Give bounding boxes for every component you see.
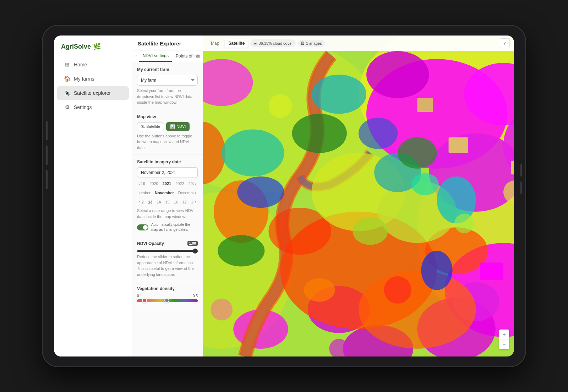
day-17[interactable]: 17 <box>181 199 188 205</box>
svg-point-47 <box>411 173 439 195</box>
zoom-in-button[interactable]: + <box>499 330 509 339</box>
tab-ndvi-settings[interactable]: NDVI settings <box>139 50 172 62</box>
map-view-label: Map view <box>137 114 198 119</box>
app-logo-text: AgriSolve <box>61 43 91 50</box>
veg-slider-thumb-right[interactable] <box>164 298 169 303</box>
vegetation-section: Vegetation density 0.1 0.5 <box>132 281 203 306</box>
day-16[interactable]: 16 <box>173 199 180 205</box>
year-2023[interactable]: 202... <box>187 181 193 186</box>
panel-tab-strip: ‹ NDVI settings Points of inte... › <box>132 50 203 62</box>
year-2019[interactable]: 2019 <box>141 181 147 186</box>
svg-point-25 <box>222 130 284 176</box>
sidebar-item-satellite-explorer[interactable]: 🛰 Satellite explorer <box>57 86 129 100</box>
opacity-slider-track[interactable] <box>137 250 198 252</box>
map-area: Map Satellite ☁ 36.33% cloud cover 🖼 1 i… <box>203 36 514 356</box>
map-view-buttons: 🛰 Satellite 📊 NDVI <box>137 122 198 131</box>
day-prev-btn[interactable]: ‹ <box>137 198 141 206</box>
cloud-cover-badge: ☁ 36.33% cloud cover <box>250 39 296 47</box>
veg-high-label: 0.5 <box>193 294 198 298</box>
ndvi-btn-label: NDVI <box>176 124 186 129</box>
map-zoom-controls: + − <box>499 330 509 349</box>
map-expand-button[interactable]: ⤢ <box>500 38 510 48</box>
sidebar-farms-label: My farms <box>74 76 94 82</box>
image-icon: 🖼 <box>301 41 305 45</box>
current-farm-section: My current farm My farm Select your farm… <box>132 62 203 109</box>
logo-leaf-icon: 🌿 <box>93 43 101 50</box>
tab-points-of-interest[interactable]: Points of inte... <box>172 51 203 61</box>
sidebar-home-label: Home <box>74 62 87 67</box>
ndvi-view-btn[interactable]: 📊 NDVI <box>166 122 190 131</box>
images-badge: 🖼 1 images <box>298 40 325 47</box>
vegetation-gradient-slider[interactable] <box>137 299 198 302</box>
map-tab-satellite[interactable]: Satellite <box>225 39 248 48</box>
tablet-shell: AgriSolve 🌿 ⊞ Home 🏠 My farms 🛰 Satellit… <box>43 26 525 366</box>
year-next-btn[interactable]: › <box>193 180 198 187</box>
day-15[interactable]: 15 <box>164 199 171 205</box>
svg-point-46 <box>353 218 388 245</box>
day-14[interactable]: 14 <box>155 199 162 205</box>
date-section: Satellite imagery date ‹ 2019 2020 2021 … <box>132 154 203 236</box>
year-items: 2019 2020 2021 2022 202... <box>141 181 193 186</box>
opacity-section: NDVI Opacity 1.00 Reduce the slider to s… <box>132 236 203 281</box>
vegetation-label: Vegetation density <box>137 286 198 291</box>
month-prev-btn[interactable]: ‹ <box>137 189 141 196</box>
auto-update-toggle[interactable] <box>137 224 148 230</box>
ndvi-btn-icon: 📊 <box>170 124 175 129</box>
main-layout: AgriSolve 🌿 ⊞ Home 🏠 My farms 🛰 Satellit… <box>54 36 514 356</box>
sidebar: AgriSolve 🌿 ⊞ Home 🏠 My farms 🛰 Satellit… <box>54 36 132 356</box>
svg-rect-41 <box>449 137 468 153</box>
date-input[interactable] <box>137 167 198 178</box>
month-scroll-row: ‹ October November Decembe... › <box>137 189 198 196</box>
sidebar-item-home[interactable]: ⊞ Home <box>57 58 129 71</box>
tab-prev-btn[interactable]: ‹ <box>133 51 139 61</box>
year-prev-btn[interactable]: ‹ <box>137 180 141 187</box>
images-count-text: 1 images <box>306 41 322 45</box>
auto-update-toggle-row: Automatically update the map as I change… <box>137 222 198 232</box>
current-farm-desc: Select your farm from the dropdown list … <box>137 88 198 105</box>
svg-rect-42 <box>417 98 433 112</box>
ndvi-map-canvas <box>203 36 514 356</box>
day-next-btn[interactable]: › <box>193 198 198 206</box>
farms-icon: 🏠 <box>64 76 70 82</box>
day-12[interactable]: 12 <box>141 199 145 205</box>
svg-rect-44 <box>511 161 514 175</box>
day-13[interactable]: 13 <box>147 199 154 205</box>
day-18[interactable]: 18 <box>190 199 193 205</box>
svg-point-18 <box>359 270 476 348</box>
month-october[interactable]: October <box>141 190 152 196</box>
panel-title: Satellite Explorer <box>132 36 203 50</box>
veg-slider-thumb-left[interactable] <box>142 298 147 303</box>
year-2022[interactable]: 2022 <box>174 181 185 186</box>
date-desc: Select a date range to view NDVI data in… <box>137 208 198 219</box>
month-next-btn[interactable]: › <box>193 189 198 196</box>
opacity-desc: Reduce the slider to soften the appearan… <box>137 254 198 277</box>
cloud-icon: ☁ <box>253 41 257 45</box>
year-2021[interactable]: 2021 <box>161 181 173 186</box>
satellite-icon: 🛰 <box>64 90 70 96</box>
sidebar-item-settings[interactable]: ⚙ Settings <box>57 100 129 114</box>
month-december[interactable]: Decembe... <box>177 190 193 196</box>
svg-point-32 <box>292 114 347 153</box>
satellite-view-btn[interactable]: 🛰 Satellite <box>137 122 164 131</box>
farm-dropdown[interactable]: My farm <box>137 75 198 86</box>
map-tab-map[interactable]: Map <box>207 39 223 48</box>
month-november[interactable]: November <box>153 190 175 196</box>
satellite-btn-icon: 🛰 <box>141 124 145 129</box>
svg-point-29 <box>237 176 284 208</box>
zoom-out-button[interactable]: − <box>499 339 509 349</box>
date-label: Satellite imagery date <box>137 159 198 164</box>
svg-point-38 <box>211 299 233 321</box>
vegetation-range-labels: 0.1 0.5 <box>137 294 198 298</box>
opacity-slider-thumb[interactable] <box>193 249 198 254</box>
svg-point-30 <box>359 118 398 149</box>
year-2020[interactable]: 2020 <box>148 181 159 186</box>
satellite-btn-label: Satellite <box>146 124 160 129</box>
map-view-section: Map view 🛰 Satellite 📊 NDVI Use the butt… <box>132 109 203 155</box>
sidebar-settings-label: Settings <box>74 104 92 110</box>
home-icon: ⊞ <box>64 61 70 68</box>
month-items: October November Decembe... <box>141 190 193 196</box>
svg-point-33 <box>218 235 264 266</box>
sidebar-item-my-farms[interactable]: 🏠 My farms <box>57 72 129 86</box>
settings-icon: ⚙ <box>64 104 70 110</box>
cloud-cover-text: 36.33% cloud cover <box>258 41 293 45</box>
